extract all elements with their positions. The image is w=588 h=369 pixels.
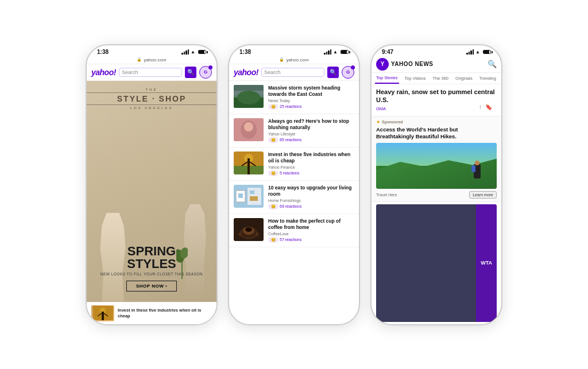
main-headline-text: Heavy rain, snow set to pummel central U… [376,88,497,104]
yahoo-logo-1: yahoo! [91,68,116,77]
news-thumb-1 [234,118,264,141]
time-1: 1:38 [97,49,109,55]
tab-top-stories[interactable]: Top Stories [375,73,399,84]
news-content-2: Invest in these five industries when oil… [268,152,354,176]
tabs-bar: Top Stories Top Videos The 360 Originals… [372,73,501,84]
tab-trending[interactable]: Trending [478,73,497,83]
battery-icon [198,50,206,54]
news-source-0: News Today [268,99,354,103]
status-bar-2: 1:38 ▲ [229,45,359,56]
bottom-news-1[interactable]: Invest in these five industries when oil… [87,302,216,324]
news-source-1: Yahoo Lifestyle [268,132,354,136]
lock-icon-2: 🔒 [279,57,284,62]
hiker-backpack [471,165,475,172]
hike-image [376,143,497,189]
svg-rect-23 [238,193,243,198]
news-content-4: How to make the perfect cup of coffee fr… [268,218,354,243]
ad-brand-city: LOS ANGELES [87,106,216,110]
news-source-4: CoffeeLove [268,232,354,236]
action-icons: ↑ 🔖 [474,104,497,112]
url-text-2: yahoo.com [286,57,308,63]
notif-dot-2 [351,65,355,69]
search-placeholder-2: Search [264,69,281,75]
news-item-2[interactable]: Invest in these five industries when oil… [229,147,359,181]
news3-content: Heavy rain, snow set to pummel central U… [372,84,501,324]
yahoo-news-bar: Y YAHOO NEWS 🔍 [372,56,501,73]
svg-point-31 [245,227,252,232]
news-thumb-4 [234,218,264,241]
battery-icon-2 [341,50,349,54]
news-item-3[interactable]: 10 easy ways to upgrade your living room… [229,181,359,214]
svg-rect-18 [247,158,250,174]
ad-brand-header: THE STYLE · SHOP LOS ANGELES [87,81,216,110]
news-item-0[interactable]: Massive storm system heading towards the… [229,81,359,114]
signal-icon-3 [466,49,474,55]
yahoo-news-title: YAHOO NEWS [391,61,434,67]
main-headline-source: GMA [376,106,386,111]
wifi-icon: ▲ [191,49,195,55]
news-headline-1: Always go red? Here's how to stop blushi… [268,118,354,131]
yahoo-news-logo-area: Y YAHOO NEWS [376,58,488,71]
bookmark-icon[interactable]: 🔖 [485,104,492,110]
news-item-1[interactable]: Always go red? Here's how to stop blushi… [229,114,359,147]
bottom-news-text-1: Invest in these five industries when oil… [118,308,212,319]
yahoo-nav-1: yahoo! Search 🔍 G [87,64,216,81]
news-content-0: Massive storm system heading towards the… [268,85,354,110]
news-headline-3: 10 easy ways to upgrade your living room [268,185,354,197]
time-2: 1:38 [239,49,251,55]
phone-1: 1:38 ▲ 🔒 yahoo.com yahoo! Search 🔍 G [86,44,218,325]
learn-more-button[interactable]: Learn more [469,191,497,199]
tab-360[interactable]: The 360 [432,73,450,83]
next-article-card[interactable]: WTA [376,204,497,322]
avatar-1[interactable]: G [199,66,212,79]
reaction-bubble-3: 😊 [268,204,278,209]
news-headline-4: How to make the perfect cup of coffee fr… [268,218,354,231]
signal-icon-2 [324,49,331,55]
time-3: 9:47 [382,49,393,55]
news-source-2: Yahoo Finance [268,165,354,169]
news-reactions-4: 😊 57 reactions [268,237,354,243]
style-shop-ad: THE STYLE · SHOP LOS ANGELES SPRING STYL… [87,81,216,302]
news-reactions-2: 😊 5 reactions [268,170,354,176]
news-headline-2: Invest in these five industries when oil… [268,152,354,164]
url-bar-1: 🔒 yahoo.com [87,56,216,64]
ad-subtext: NEW LOOKS TO FILL YOUR CLOSET THIS SEASO… [87,272,216,276]
status-bar-1: 1:38 ▲ [87,45,216,56]
news-feed: Massive storm system heading towards the… [229,81,359,324]
share-icon[interactable]: ↑ [479,104,482,110]
search-placeholder-1: Search [122,69,138,75]
status-bar-3: 9:47 ▲ [372,45,501,56]
tab-top-videos[interactable]: Top Videos [404,73,427,83]
news-content-3: 10 easy ways to upgrade your living room… [268,185,354,209]
shop-now-button[interactable]: SHOP NOW › [126,281,177,292]
ad-brand-name: STYLE · SHOP [87,92,216,105]
reaction-bubble-0: 😊 [268,104,278,110]
sponsored-star-icon: ★ [376,119,380,125]
hiker-figure [474,164,481,178]
search-icon-3[interactable]: 🔍 [488,60,497,68]
search-box-1[interactable]: Search [119,68,182,77]
search-box-2[interactable]: Search [261,68,324,77]
tab-originals[interactable]: Originals [454,73,474,83]
phone-2: 1:38 ▲ 🔒 yahoo.com yahoo! Search 🔍 G [228,44,360,325]
status-icons-1: ▲ [181,49,206,55]
reaction-bubble-2: 😊 [268,170,278,176]
wifi-icon-2: ▲ [333,49,338,55]
reaction-bubble-4: 😊 [268,237,278,243]
bottom-news-thumb-1 [91,305,114,321]
yahoo-nav-2: yahoo! Search 🔍 G [229,64,359,81]
notif-dot-1 [208,65,212,69]
main-headline-area: Heavy rain, snow set to pummel central U… [372,84,501,117]
signal-icon [181,49,189,55]
url-bar-2: 🔒 yahoo.com [229,56,359,64]
svg-rect-25 [250,191,254,194]
search-button-2[interactable]: 🔍 [327,67,339,78]
news-content-1: Always go red? Here's how to stop blushi… [268,118,354,143]
search-button-1[interactable]: 🔍 [185,67,196,78]
sponsored-headline: Access the World's Hardest but Breathtak… [376,126,497,141]
news-thumb-0 [234,85,264,108]
ad-spring-styles: SPRING STYLES [87,245,216,270]
avatar-2[interactable]: G [342,66,354,79]
news-item-4[interactable]: How to make the perfect cup of coffee fr… [229,214,359,247]
yahoo-circle-icon: Y [376,58,389,71]
